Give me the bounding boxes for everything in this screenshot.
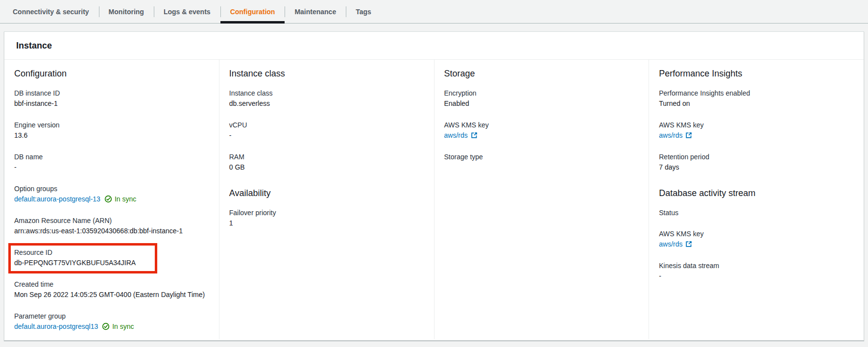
section-title: Performance Insights [659,67,854,80]
field-failover-priority: Failover priority1 [229,208,424,228]
field-label: DB name [14,152,209,162]
field-vcpu: vCPU- [229,120,424,141]
field-value: aws/rds [659,130,854,141]
field-label: AWS KMS key [444,120,639,130]
field-label: RAM [229,152,424,162]
field-value: 7 days [659,162,854,173]
field-engine-version: Engine version13.6 [14,120,209,141]
section-database-activity-stream: Database activity streamStatusAWS KMS ke… [659,186,854,281]
check-circle-icon [104,195,112,203]
field-db-name: DB name- [14,152,209,173]
tab-label: Tags [356,8,371,16]
field-value: aws/rds [444,130,639,141]
link-label: aws/rds [444,131,468,139]
field-ram: RAM0 GB [229,152,424,173]
panel-column-2: Instance classInstance classdb.serverles… [219,60,434,339]
field-label: Storage type [444,152,639,162]
field-value: aws/rds [659,239,854,249]
field-value: - [14,162,209,173]
external-link-icon [685,132,692,139]
section-title: Configuration [14,67,209,80]
section-instance-class: Instance classInstance classdb.serverles… [229,67,424,173]
field-value: default:aurora-postgresql-13In sync [14,194,209,204]
link-label: default:aurora-postgresql-13 [14,195,100,203]
tab-label: Monitoring [109,8,144,16]
tab-logs-events[interactable]: Logs & events [154,0,220,23]
instance-panel-body: ConfigurationDB instance IDbbf-instance-… [4,60,864,339]
field-db-instance-id: DB instance IDbbf-instance-1 [14,88,209,109]
field-value: db.serverless [229,98,424,109]
field-label: Parameter group [14,311,209,321]
field-value: arn:aws:rds:us-east-1:035920430668:db:bb… [14,225,209,236]
tab-label: Configuration [230,8,275,16]
field-value: db-PEPQNGT75VIYGKBUFU5A34JIRA [14,257,209,268]
field-resource-id: Resource IDdb-PEPQNGT75VIYGKBUFU5A34JIRA [14,248,209,268]
tab-configuration[interactable]: Configuration [220,0,285,23]
instance-panel-header: Instance [4,32,864,60]
field-created-time: Created timeMon Sep 26 2022 14:05:25 GMT… [14,279,209,300]
field-retention-period: Retention period7 days [659,152,854,173]
field-label: Encryption [444,88,639,98]
field-instance-class: Instance classdb.serverless [229,88,424,109]
field-label: Engine version [14,120,209,130]
field-value: 1 [229,218,424,228]
field-label: Created time [14,279,209,289]
default-aurora-postgresql13-link[interactable]: default.aurora-postgresql13 [14,322,98,330]
link-label: aws/rds [659,131,682,139]
field-value: 13.6 [14,130,209,141]
link-label: default.aurora-postgresql13 [14,322,98,330]
tab-label: Logs & events [164,8,211,16]
field-performance-insights-enabled: Performance Insights enabledTurned on [659,88,854,109]
panel-column-1: ConfigurationDB instance IDbbf-instance-… [4,60,219,339]
field-parameter-group: Parameter groupdefault.aurora-postgresql… [14,311,209,332]
tab-bar: Connectivity & securityMonitoringLogs & … [0,0,868,24]
tab-connectivity-security[interactable]: Connectivity & security [3,0,99,23]
default-aurora-postgresql-13-link[interactable]: default:aurora-postgresql-13 [14,195,100,203]
section-availability: AvailabilityFailover priority1 [229,186,424,228]
field-label: vCPU [229,120,424,130]
field-aws-kms-key: AWS KMS keyaws/rds [659,120,854,141]
sync-status-badge: In sync [102,321,134,332]
tab-tags[interactable]: Tags [346,0,381,23]
panel-title: Instance [16,40,852,51]
field-label: Kinesis data stream [659,261,854,271]
link-label: aws/rds [659,240,682,248]
field-value: - [229,130,424,141]
section-title: Storage [444,67,639,80]
external-link-icon [471,132,478,139]
field-label: Instance class [229,88,424,98]
field-value: Enabled [444,98,639,109]
tab-label: Connectivity & security [13,8,89,16]
external-link-icon [685,241,692,248]
sync-status-label: In sync [112,321,134,332]
section-configuration: ConfigurationDB instance IDbbf-instance-… [14,67,209,332]
aws-rds-link[interactable]: aws/rds [444,131,478,139]
aws-rds-link[interactable]: aws/rds [659,240,692,248]
field-label: AWS KMS key [659,229,854,239]
section-title: Instance class [229,67,424,80]
field-kinesis-data-stream: Kinesis data stream- [659,261,854,281]
field-storage-type: Storage type [444,152,639,162]
field-option-groups: Option groupsdefault:aurora-postgresql-1… [14,184,209,204]
field-label: DB instance ID [14,88,209,98]
sync-status-badge: In sync [104,194,136,204]
field-encryption: EncryptionEnabled [444,88,639,109]
field-amazon-resource-name-arn: Amazon Resource Name (ARN)arn:aws:rds:us… [14,216,209,236]
aws-rds-link[interactable]: aws/rds [659,131,692,139]
field-value: Turned on [659,98,854,109]
field-value: default.aurora-postgresql13In sync [14,321,209,332]
field-value: 0 GB [229,162,424,173]
section-performance-insights: Performance InsightsPerformance Insights… [659,67,854,173]
tab-monitoring[interactable]: Monitoring [99,0,154,23]
section-title: Availability [229,186,424,200]
field-value: bbf-instance-1 [14,98,209,109]
check-circle-icon [102,322,110,330]
field-label: Performance Insights enabled [659,88,854,98]
field-aws-kms-key: AWS KMS keyaws/rds [659,229,854,249]
field-value: - [659,271,854,281]
panel-column-3: StorageEncryptionEnabledAWS KMS keyaws/r… [434,60,649,339]
section-title: Database activity stream [659,186,854,200]
tab-maintenance[interactable]: Maintenance [285,0,346,23]
field-status: Status [659,208,854,218]
sync-status-label: In sync [115,194,136,204]
